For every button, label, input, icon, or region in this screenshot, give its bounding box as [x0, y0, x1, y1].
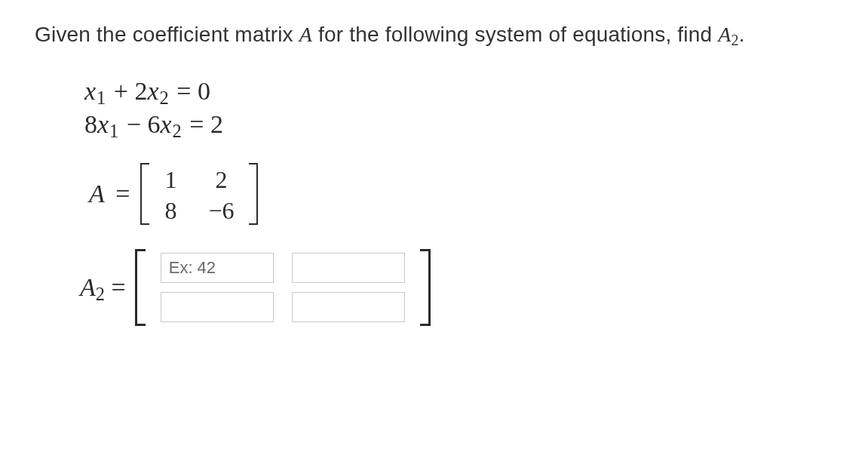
eq2-eq: = — [183, 110, 210, 138]
matrix-A-display: A = 1 2 8 −6 — [89, 163, 833, 225]
bracket-right-icon — [417, 249, 431, 326]
eq1-rhs: 0 — [198, 77, 210, 105]
eq2-x1: x — [97, 110, 109, 138]
eq2-s2: 2 — [173, 121, 182, 141]
matrixA-r2c2: −6 — [208, 197, 234, 225]
prompt-text-1: Given the coefficient matrix — [35, 23, 299, 46]
matrixA-r1c2: 2 — [215, 166, 227, 194]
eq1-c2: 2 — [135, 77, 148, 105]
answer-row: A2 = — [80, 249, 833, 326]
equation-2: 8x1 − 6x2 = 2 — [84, 110, 833, 139]
answer-r1c2-input[interactable] — [292, 253, 405, 283]
answer-r2c2-input[interactable] — [292, 292, 405, 322]
eq1-x2: x — [148, 77, 159, 105]
matrixA-label: A — [89, 180, 105, 208]
eq2-rhs: 2 — [210, 110, 223, 138]
bracket-left-icon — [140, 163, 152, 225]
prompt-text-2: for the following system of equations, f… — [312, 23, 718, 46]
matrixA-r1c1: 1 — [164, 166, 176, 194]
answer-r2c1-input[interactable] — [161, 292, 274, 322]
prompt-A2: A — [718, 23, 731, 46]
prompt-A: A — [299, 23, 312, 46]
answer-eq: = — [105, 273, 126, 301]
eq1-op: + — [107, 77, 134, 105]
eq1-x1: x — [84, 77, 96, 105]
equation-system: x1 + 2x2 = 0 8x1 − 6x2 = 2 — [84, 77, 833, 139]
eq2-x2: x — [161, 110, 172, 138]
bracket-right-icon — [246, 163, 258, 225]
answer-sub: 2 — [96, 284, 105, 304]
bracket-left-icon — [135, 249, 149, 326]
prompt-text-3: . — [739, 23, 745, 46]
eq1-s2: 2 — [160, 88, 169, 108]
eq1-eq: = — [170, 77, 198, 105]
prompt-A2-sub: 2 — [732, 32, 739, 48]
answer-label: A — [80, 273, 96, 301]
matrixA-eq: = — [109, 180, 130, 208]
eq2-c2: 6 — [148, 110, 161, 138]
eq2-s1: 1 — [109, 121, 118, 141]
eq2-c1: 8 — [84, 110, 97, 138]
answer-matrix — [135, 249, 431, 326]
question-prompt: Given the coefficient matrix A for the f… — [35, 23, 833, 47]
equation-1: x1 + 2x2 = 0 — [84, 77, 833, 106]
matrixA-r2c1: 8 — [164, 197, 176, 225]
eq2-op: − — [120, 110, 147, 138]
eq1-s1: 1 — [97, 88, 106, 108]
matrix-A: 1 2 8 −6 — [140, 163, 258, 225]
answer-r1c1-input[interactable] — [161, 253, 274, 283]
